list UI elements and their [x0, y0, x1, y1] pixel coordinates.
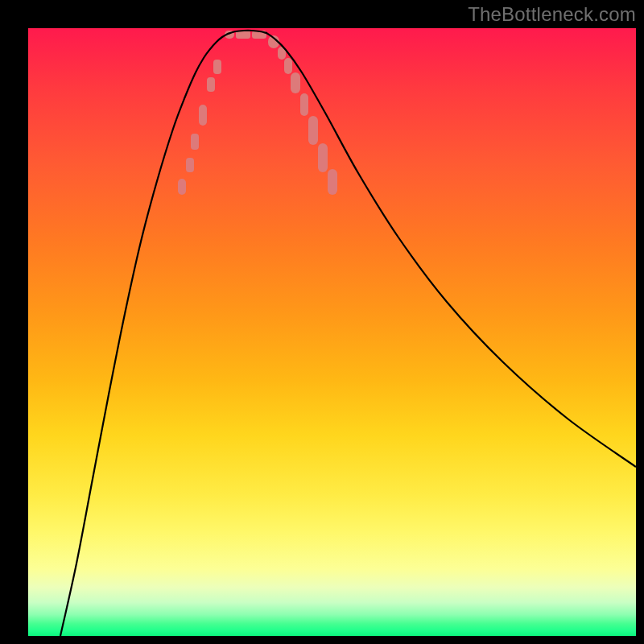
curve-marker — [186, 158, 194, 172]
curve-marker — [191, 134, 199, 150]
watermark-text: TheBottleneck.com — [468, 3, 636, 26]
curve-marker — [318, 143, 328, 172]
curve-marker — [328, 169, 337, 195]
curve-marker — [300, 93, 308, 116]
curve-marker — [199, 105, 207, 126]
curve-layer — [28, 28, 636, 636]
curve-marker — [178, 179, 186, 195]
marker-layer — [178, 31, 337, 195]
curve-marker — [284, 58, 292, 74]
plot-area — [28, 28, 636, 636]
bottleneck-curve — [60, 31, 636, 636]
curve-marker — [308, 116, 318, 145]
curve-marker — [207, 77, 215, 92]
curve-marker — [213, 60, 221, 74]
chart-frame: TheBottleneck.com — [0, 0, 644, 644]
curve-marker — [291, 72, 300, 93]
